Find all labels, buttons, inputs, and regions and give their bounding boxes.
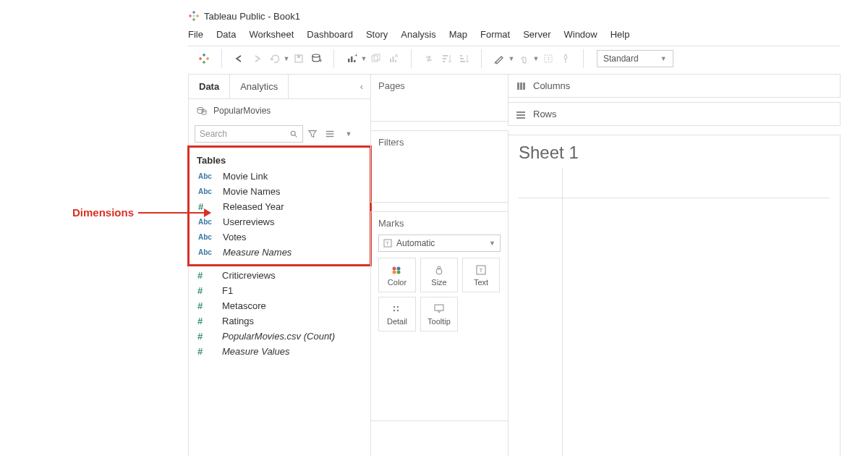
field-f1[interactable]: # F1: [193, 283, 366, 298]
attachment-icon[interactable]: [515, 50, 532, 67]
field-votes[interactable]: Abc Votes: [194, 229, 365, 245]
menu-story[interactable]: Story: [366, 29, 388, 40]
pages-card[interactable]: Pages: [370, 74, 509, 122]
svg-rect-68: [516, 114, 525, 116]
field-label: Criticreviews: [222, 270, 276, 281]
menu-server[interactable]: Server: [523, 29, 550, 40]
save-icon[interactable]: [290, 50, 307, 67]
rows-icon: [516, 109, 527, 119]
field-popularmovies-count[interactable]: # PopularMovies.csv (Count): [193, 329, 366, 344]
chevron-down-icon[interactable]: ▼: [342, 130, 355, 138]
tableau-logo-icon[interactable]: [195, 50, 213, 67]
menu-analysis[interactable]: Analysis: [401, 29, 435, 40]
field-measure-names[interactable]: Abc Measure Names: [194, 245, 365, 260]
menu-window[interactable]: Window: [563, 29, 597, 40]
view-list-icon[interactable]: [325, 129, 338, 139]
field-label: Movie Names: [223, 186, 280, 197]
field-label: PopularMovies.csv (Count): [222, 331, 335, 342]
svg-rect-65: [520, 83, 522, 90]
automatic-mark-icon: T: [383, 239, 392, 248]
rows-shelf[interactable]: Rows: [508, 102, 841, 126]
field-userreviews[interactable]: Abc Userreviews: [194, 214, 365, 229]
search-icon: [289, 130, 298, 138]
menu-worksheet[interactable]: Worksheet: [249, 29, 294, 40]
menu-help[interactable]: Help: [610, 29, 630, 40]
tab-analytics[interactable]: Analytics: [230, 75, 289, 98]
tableau-logo-icon: [188, 10, 200, 22]
svg-text:T: T: [547, 56, 550, 62]
menu-data[interactable]: Data: [216, 29, 236, 40]
svg-rect-26: [372, 56, 378, 62]
svg-rect-63: [435, 305, 443, 311]
svg-line-39: [495, 62, 495, 64]
sheet-canvas[interactable]: [519, 169, 830, 456]
datasource-item[interactable]: PopularMovies: [189, 99, 370, 122]
clear-sheet-icon[interactable]: [385, 50, 402, 67]
mark-text-button[interactable]: T Text: [462, 258, 500, 292]
menu-dashboard[interactable]: Dashboard: [307, 29, 353, 40]
abc-type-icon: Abc: [198, 172, 217, 180]
sort-asc-icon[interactable]: [438, 50, 455, 67]
collapse-pane-icon[interactable]: ‹: [353, 81, 370, 92]
grid-hline: [519, 198, 830, 198]
number-type-icon: #: [197, 300, 216, 311]
svg-point-42: [197, 107, 203, 109]
tab-data[interactable]: Data: [189, 75, 230, 98]
size-icon: [433, 264, 445, 276]
marks-type-dropdown[interactable]: T Automatic ▼: [378, 235, 501, 252]
menu-file[interactable]: File: [188, 29, 203, 40]
menu-format[interactable]: Format: [480, 29, 510, 40]
search-input[interactable]: Search: [195, 125, 303, 143]
pin-icon[interactable]: [557, 50, 574, 67]
duplicate-sheet-icon[interactable]: [367, 50, 385, 67]
marks-type-label: Automatic: [396, 238, 435, 248]
chevron-down-icon[interactable]: ▼: [508, 55, 515, 62]
mark-detail-button[interactable]: Detail: [378, 297, 416, 332]
revert-icon[interactable]: [265, 50, 283, 67]
fit-dropdown[interactable]: Standard ▼: [597, 50, 673, 67]
redo-icon[interactable]: [248, 50, 265, 67]
filters-card[interactable]: Filters: [370, 130, 509, 203]
columns-shelf[interactable]: Columns: [508, 74, 841, 98]
sheet-area[interactable]: Sheet 1: [508, 135, 841, 456]
abc-type-icon: Abc: [198, 187, 217, 195]
field-ratings[interactable]: # Ratings: [193, 313, 366, 329]
abc-type-icon: Abc: [198, 218, 217, 226]
field-released-year[interactable]: # Released Year: [194, 199, 365, 214]
field-criticreviews[interactable]: # Criticreviews: [193, 268, 366, 283]
mark-tooltip-button[interactable]: Tooltip: [420, 297, 458, 332]
field-movie-link[interactable]: Abc Movie Link: [194, 169, 365, 184]
chevron-down-icon[interactable]: ▼: [532, 55, 540, 62]
rows-label: Rows: [533, 109, 557, 119]
sheet-title[interactable]: Sheet 1: [519, 143, 830, 163]
svg-rect-64: [517, 83, 519, 90]
chevron-down-icon[interactable]: ▼: [283, 55, 290, 62]
filter-icon[interactable]: [307, 129, 320, 139]
field-measure-values[interactable]: # Measure Values: [193, 344, 366, 359]
svg-point-51: [393, 266, 396, 270]
swap-icon[interactable]: [420, 50, 438, 67]
svg-point-43: [202, 110, 206, 112]
menu-map[interactable]: Map: [449, 29, 467, 40]
field-metascore[interactable]: # Metascore: [193, 298, 366, 313]
text-icon: T: [476, 264, 486, 276]
new-data-source-icon[interactable]: +: [307, 50, 325, 67]
detail-icon: [392, 303, 402, 315]
svg-rect-35: [443, 55, 448, 56]
svg-rect-69: [516, 117, 525, 119]
svg-rect-30: [395, 60, 396, 62]
mark-color-button[interactable]: Color: [378, 258, 416, 292]
color-icon: [391, 264, 403, 276]
highlight-icon[interactable]: [490, 50, 508, 67]
undo-icon[interactable]: [231, 50, 248, 67]
new-worksheet-icon[interactable]: +: [343, 50, 360, 67]
svg-rect-22: [348, 59, 350, 62]
filters-label: Filters: [378, 137, 404, 148]
field-movie-names[interactable]: Abc Movie Names: [194, 184, 365, 199]
chevron-down-icon[interactable]: ▼: [360, 55, 367, 62]
sort-desc-icon[interactable]: [455, 50, 472, 67]
mark-size-button[interactable]: Size: [420, 258, 458, 292]
svg-text:T: T: [480, 267, 483, 274]
dimensions-highlight-box: Tables Abc Movie Link Abc Movie Names # …: [187, 145, 372, 266]
text-label-icon[interactable]: T: [540, 50, 557, 67]
